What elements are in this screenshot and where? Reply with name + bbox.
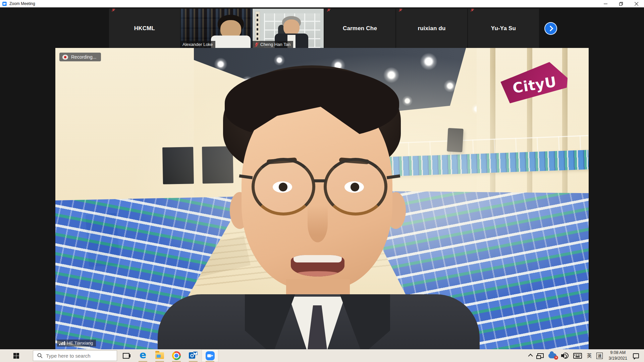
edge-icon: e	[140, 350, 146, 360]
windows-taskbar: e O 英 速 9:08 AM 3/19/2021	[0, 349, 644, 362]
zoom-logo-icon	[2, 2, 7, 6]
ime-mode-button[interactable]: 速	[594, 349, 605, 362]
participant-name: Carmen Che	[324, 9, 395, 48]
speaker-glasses-bridge	[314, 179, 326, 182]
taskbar-search[interactable]	[33, 350, 117, 361]
system-tray: 英 速 9:08 AM 3/19/2021	[527, 349, 644, 362]
search-input[interactable]	[46, 353, 113, 359]
clock-date: 3/19/2021	[608, 356, 627, 361]
minimize-button[interactable]	[598, 0, 613, 7]
participant-tile-yu-ya-su[interactable]: Yu-Ya Su	[468, 9, 539, 48]
task-view-button[interactable]	[118, 349, 135, 362]
outlook-button[interactable]: O	[185, 349, 202, 362]
participant-name: Cheng Han Tan	[260, 42, 290, 47]
recording-icon	[62, 55, 68, 60]
participant-tile-alexander-loke[interactable]: Alexander Loke	[181, 9, 252, 48]
participant-tile-ruixian-du[interactable]: ruixian du	[396, 9, 467, 48]
speaker-glasses-right-lens	[324, 158, 387, 216]
speaker-nose	[308, 205, 328, 242]
chrome-icon	[172, 351, 181, 360]
windows-logo-icon	[13, 353, 19, 359]
speaker-name-label: HE Tianxiang	[67, 341, 93, 346]
participant-name-chip: Cheng Han Tan	[253, 41, 293, 48]
clock-time: 9:08 AM	[610, 350, 626, 356]
show-hidden-icons-button[interactable]	[527, 349, 535, 362]
start-button[interactable]	[8, 349, 24, 362]
participant-name: Alexander Loke	[182, 42, 213, 47]
recording-indicator: Recording...	[59, 53, 101, 61]
ime-mode-label: 速	[596, 353, 603, 359]
network-icon	[537, 353, 544, 358]
onedrive-tray-button[interactable]	[546, 349, 559, 362]
edge-button[interactable]: e	[135, 349, 151, 362]
mic-muted-icon	[254, 42, 259, 47]
chrome-button[interactable]	[168, 349, 185, 362]
desktop-screen: Zoom Meeting HKCML	[0, 0, 644, 362]
taskbar-clock[interactable]: 9:08 AM 3/19/2021	[605, 350, 631, 361]
keyboard-icon	[573, 353, 582, 359]
participant-tile-hkcml[interactable]: HKCML	[109, 9, 180, 48]
speaker-name-chip: HE Tianxiang	[57, 340, 96, 347]
participant-name: Yu-Ya Su	[468, 9, 539, 48]
speaker-icon	[561, 353, 569, 358]
notification-icon	[633, 353, 639, 358]
task-view-icon	[123, 353, 129, 359]
search-icon	[37, 353, 43, 358]
mic-muted-icon	[398, 9, 403, 11]
volume-tray-button[interactable]	[559, 349, 571, 362]
participant-name: HKCML	[109, 9, 180, 48]
mic-muted-icon	[470, 9, 475, 11]
participant-name-chip: Alexander Loke	[181, 41, 215, 48]
ime-language-label: 英	[587, 353, 592, 359]
speaker-mouth	[291, 255, 344, 277]
close-button[interactable]	[629, 0, 644, 7]
speaker-glasses-left-lens	[252, 158, 315, 216]
taskbar-app-icons: e O	[118, 349, 218, 362]
file-explorer-icon	[155, 352, 164, 359]
restore-button[interactable]	[613, 0, 629, 7]
participant-name: ruixian du	[396, 9, 467, 48]
action-center-button[interactable]	[631, 349, 641, 362]
next-participants-button[interactable]	[544, 22, 557, 35]
participant-filmstrip: HKCML Alexander Loke	[109, 9, 557, 48]
participant-tile-carmen-che[interactable]: Carmen Che	[324, 9, 395, 48]
main-speaker-video: Recording... CityU HE Tianxiang	[55, 48, 589, 349]
file-explorer-button[interactable]	[151, 349, 168, 362]
network-tray-button[interactable]	[535, 349, 546, 362]
ime-language-button[interactable]: 英	[584, 349, 594, 362]
outlook-icon: O	[189, 352, 198, 360]
participant-tile-cheng-han-tan[interactable]: Cheng Han Tan	[253, 9, 324, 48]
zoom-app-icon	[206, 351, 215, 360]
chevron-up-icon	[528, 354, 533, 358]
window-titlebar: Zoom Meeting	[0, 0, 644, 7]
touch-keyboard-button[interactable]	[571, 349, 584, 362]
zoom-app-button[interactable]	[202, 349, 218, 362]
window-controls	[598, 0, 644, 7]
window-title: Zoom Meeting	[9, 1, 35, 6]
onedrive-error-icon	[548, 353, 556, 358]
mic-muted-icon	[111, 9, 116, 11]
mic-muted-icon	[327, 9, 331, 11]
signal-strength-icon	[59, 341, 65, 345]
recording-label: Recording...	[71, 54, 96, 60]
